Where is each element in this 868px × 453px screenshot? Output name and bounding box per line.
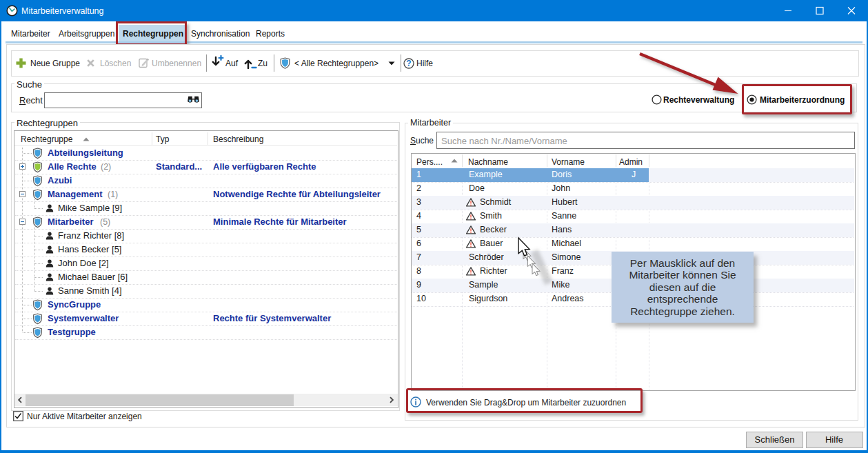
svg-text:?: ? xyxy=(406,59,411,68)
